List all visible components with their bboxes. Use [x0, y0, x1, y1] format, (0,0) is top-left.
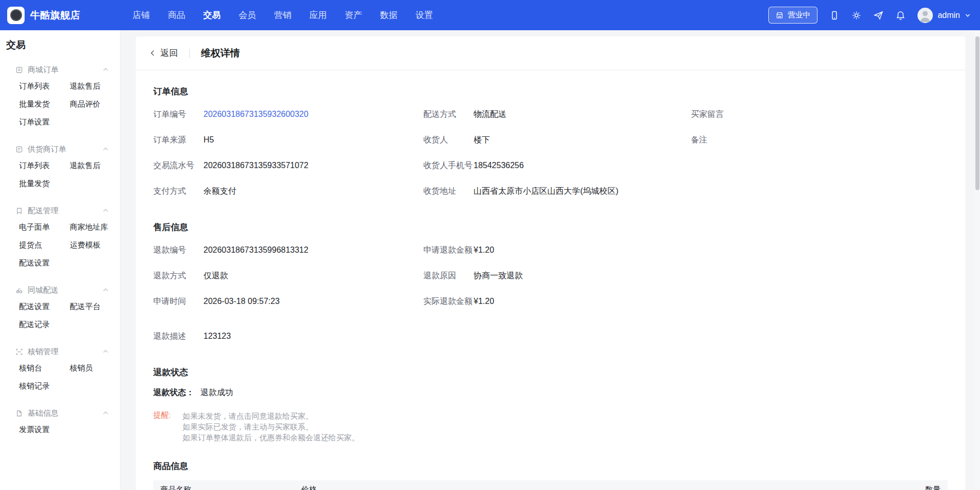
col-price: 价格: [301, 485, 891, 490]
sidebar-group-header-verify-manage[interactable]: 核销管理: [0, 346, 120, 357]
hint-label: 提醒:: [153, 411, 182, 443]
field-refund-desc: 退款描述 123123: [153, 331, 423, 342]
city-delivery-icon: [15, 287, 23, 294]
field-label: 收货人: [423, 134, 474, 146]
field-receiver: 收货人 楼下: [423, 134, 691, 146]
sidebar-group-header-basic-info[interactable]: 基础信息: [0, 408, 120, 418]
bell-icon[interactable]: [895, 10, 906, 21]
sidebar-group-header-supplier-order[interactable]: 供货商订单: [0, 144, 120, 154]
col-goods-name: 商品名称: [153, 485, 301, 490]
group-items: 订单列表 退款售后 批量发货: [0, 157, 120, 193]
field-refund-no: 退款编号 20260318673135996813312: [153, 244, 423, 256]
paper-plane-icon[interactable]: [873, 10, 884, 21]
section-after-sale: 售后信息 退款编号 20260318673135996813312 申请退款金额…: [153, 221, 948, 349]
card-header: 返回 维权详情: [136, 36, 965, 70]
sidebar-item-e-waybill[interactable]: 电子面单: [19, 218, 70, 236]
field-value: 20260318673135996813312: [203, 244, 309, 256]
mobile-icon[interactable]: [829, 10, 840, 21]
section-goods-info: 商品信息 商品名称 价格 数量: [153, 460, 948, 490]
field-refund-reason: 退款原因 协商一致退款: [423, 270, 691, 281]
nav-member[interactable]: 会员: [238, 7, 257, 23]
field-value: 余额支付: [203, 186, 236, 197]
info-row: 申请时间 2026-03-18 09:57:23 实际退款金额 ¥1.20: [153, 289, 948, 314]
sidebar-item-delivery-settings[interactable]: 配送设置: [19, 254, 70, 272]
hint-line: 如果实际已发货，请主动与买家联系。: [182, 421, 359, 432]
sidebar-item-merchant-address-book[interactable]: 商家地址库: [70, 218, 120, 236]
brand[interactable]: 牛酷旗舰店: [7, 7, 80, 24]
sidebar-item-delivery-platform[interactable]: 配送平台: [70, 298, 120, 316]
gear-icon[interactable]: [851, 10, 862, 21]
field-label: 买家留言: [691, 109, 741, 120]
sidebar-title: 交易: [0, 38, 120, 52]
sidebar-item-supplier-refund-aftersale[interactable]: 退款售后: [70, 157, 120, 175]
after-sale-rows: 退款编号 20260318673135996813312 申请退款金额 ¥1.2…: [153, 237, 948, 349]
info-row: 支付方式 余额支付 收货地址 山西省太原市小店区山西大学(坞城校区): [153, 178, 948, 204]
section-title: 商品信息: [153, 460, 948, 472]
field-order-source: 订单来源 H5: [153, 134, 423, 146]
refund-status-row: 退款状态： 退款成功: [153, 387, 948, 398]
nav-marketing[interactable]: 营销: [273, 7, 293, 23]
user-name: admin: [937, 11, 960, 20]
nav-settings[interactable]: 设置: [415, 7, 434, 23]
sidebar-group-header-mall-order[interactable]: 商城订单: [0, 65, 120, 75]
order-info-rows: 订单编号 20260318673135932600320 配送方式 物流配送 买…: [153, 101, 948, 204]
field-label: 支付方式: [153, 186, 203, 197]
group-items: 配送设置 配送平台 配送记录: [0, 298, 120, 334]
sidebar-item-invoice-settings[interactable]: 发票设置: [19, 421, 70, 439]
sidebar-item-order-settings[interactable]: 订单设置: [19, 113, 70, 131]
group-label: 配送管理: [28, 206, 103, 216]
info-row: 交易流水号 20260318673135933571072 收货人手机号 185…: [153, 153, 948, 178]
nav-trade[interactable]: 交易: [202, 7, 222, 23]
section-title: 售后信息: [153, 221, 948, 233]
sidebar-item-supplier-order-list[interactable]: 订单列表: [19, 157, 70, 175]
back-button[interactable]: 返回: [149, 47, 178, 59]
back-label: 返回: [160, 47, 178, 59]
sidebar-item-city-delivery-settings[interactable]: 配送设置: [19, 298, 70, 316]
chevron-up-icon: [103, 67, 109, 73]
sidebar-item-verify-staff[interactable]: 核销员: [70, 359, 120, 377]
field-label: 退款描述: [153, 331, 203, 342]
field-value: 18542536256: [474, 160, 524, 171]
nav-asset[interactable]: 资产: [344, 7, 363, 23]
sidebar-item-verify-desk[interactable]: 核销台: [19, 359, 70, 377]
top-nav: 店铺 商品 交易 会员 营销 应用 资产 数据 设置: [132, 7, 434, 23]
field-label: 退款编号: [153, 244, 203, 256]
sidebar-item-verify-records[interactable]: 核销记录: [19, 377, 70, 395]
sidebar-group-header-city-delivery[interactable]: 同城配送: [0, 285, 120, 295]
sidebar-item-delivery-records[interactable]: 配送记录: [19, 316, 70, 334]
page-title: 维权详情: [201, 47, 240, 60]
business-status-badge[interactable]: 营业中: [768, 7, 818, 24]
col-quantity: 数量: [891, 485, 948, 490]
back-icon: [149, 49, 157, 57]
avatar: [917, 8, 933, 23]
layout: 交易 商城订单 订单列表 退款售后 批量发货 商品评价: [0, 30, 980, 490]
field-label: 收货地址: [423, 186, 474, 197]
sidebar-item-supplier-batch-ship[interactable]: 批量发货: [19, 175, 70, 193]
business-status-label: 营业中: [787, 10, 810, 20]
sidebar-group-basic-info: 基础信息 发票设置: [0, 408, 120, 439]
section-order-info: 订单信息 订单编号 20260318673135932600320 配送方式 物…: [153, 86, 948, 204]
group-items: 核销台 核销员 核销记录: [0, 359, 120, 395]
nav-data[interactable]: 数据: [379, 7, 399, 23]
nav-shop[interactable]: 店铺: [132, 7, 151, 23]
refund-hint-block: 提醒: 如果未发货，请点击同意退款给买家。 如果实际已发货，请主动与买家联系。 …: [153, 411, 948, 443]
field-value: 2026-03-18 09:57:23: [203, 296, 280, 307]
basic-info-icon: [15, 410, 23, 417]
sidebar-item-pickup-point[interactable]: 提货点: [19, 236, 70, 254]
sidebar-item-refund-aftersale[interactable]: 退款售后: [70, 77, 120, 95]
sidebar-item-batch-ship[interactable]: 批量发货: [19, 95, 70, 113]
scrollbar-thumb[interactable]: [975, 36, 979, 190]
group-label: 供货商订单: [28, 145, 103, 154]
nav-app[interactable]: 应用: [309, 7, 328, 23]
info-row: 退款描述 123123: [153, 323, 948, 349]
nav-product[interactable]: 商品: [167, 7, 187, 23]
chevron-up-icon: [103, 349, 109, 355]
user-menu[interactable]: admin: [917, 8, 971, 23]
sidebar-item-product-review[interactable]: 商品评价: [70, 95, 120, 113]
sidebar-item-order-list[interactable]: 订单列表: [19, 77, 70, 95]
sidebar-item-freight-template[interactable]: 运费模板: [70, 236, 120, 254]
field-payment-method: 支付方式 余额支付: [153, 186, 423, 197]
field-value: 协商一致退款: [474, 270, 523, 281]
order-no-link[interactable]: 20260318673135932600320: [203, 109, 309, 120]
sidebar-group-header-delivery-manage[interactable]: 配送管理: [0, 206, 120, 216]
